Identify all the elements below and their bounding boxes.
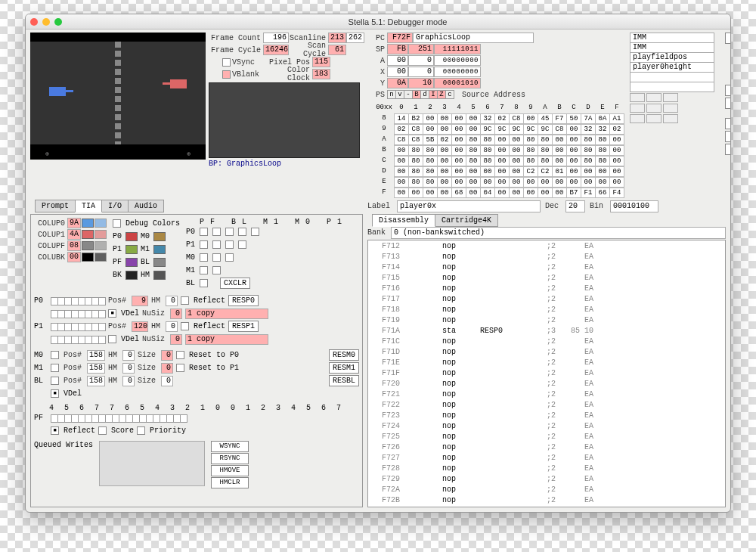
dec-value[interactable]: 20 xyxy=(565,200,585,212)
cx-p0-pf[interactable] xyxy=(200,228,208,236)
hex-cell[interactable]: 00 xyxy=(394,145,409,156)
p0-hm[interactable]: 0 xyxy=(166,296,178,306)
y-bin[interactable]: 00001010 xyxy=(434,78,481,88)
disasm-row[interactable]: F722nop;2EA xyxy=(368,399,725,410)
undo-button[interactable]: Undo xyxy=(725,85,731,96)
disasm-row[interactable]: F714nop;2EA xyxy=(368,262,725,272)
hex-cell[interactable]: 80 xyxy=(480,135,495,145)
bin-value[interactable]: 00010100 xyxy=(610,200,658,212)
hex-cell[interactable]: 0A xyxy=(595,113,610,124)
hex-cell[interactable]: 00 xyxy=(437,113,452,124)
tab-tia[interactable]: TIA xyxy=(75,200,102,212)
hex-cell[interactable]: 80 xyxy=(595,156,610,166)
pc-value[interactable]: F72F xyxy=(387,33,413,43)
m1-hm[interactable]: 0 xyxy=(122,363,135,374)
disasm-row[interactable]: F72Anop;2EA xyxy=(368,484,725,495)
maximize-icon[interactable] xyxy=(54,18,62,26)
hex-cell[interactable]: 00 xyxy=(609,135,624,145)
hex-cell[interactable]: 02 xyxy=(437,135,452,145)
hex-cell[interactable]: 00 xyxy=(566,135,581,145)
hex-cell[interactable]: 00 xyxy=(523,113,538,124)
hex-cell[interactable]: 80 xyxy=(423,166,438,177)
queued-writes-list[interactable] xyxy=(99,441,205,486)
cx-p1-m1[interactable] xyxy=(225,240,234,249)
m0-size[interactable]: 0 xyxy=(161,350,173,361)
hex-cell[interactable]: C8 xyxy=(509,113,524,124)
hex-cell[interactable]: 00 xyxy=(581,166,596,177)
stack-item[interactable]: IMM xyxy=(630,42,714,53)
vblank-checkbox[interactable] xyxy=(222,70,231,79)
search-button[interactable]: Search… xyxy=(725,118,731,129)
addr-btn[interactable] xyxy=(646,114,662,123)
hex-cell[interactable]: 00 xyxy=(566,166,581,177)
stack-item[interactable]: playfieldpos xyxy=(630,52,714,63)
cx-p0-m0[interactable] xyxy=(238,228,246,236)
bk-swatch[interactable] xyxy=(125,271,138,280)
hex-cell[interactable]: 80 xyxy=(595,135,610,145)
hex-cell[interactable]: 00 xyxy=(451,113,466,124)
hmove-button[interactable]: HMOVE xyxy=(211,465,249,476)
disasm-row[interactable]: F721nop;2EA xyxy=(368,389,725,399)
hex-cell[interactable]: 80 xyxy=(523,145,538,156)
stack-item[interactable]: IMM xyxy=(630,33,714,43)
hex-cell[interactable]: 50 xyxy=(566,113,581,124)
rsync-button[interactable]: RSYNC xyxy=(211,453,249,464)
m0-hm[interactable]: 0 xyxy=(122,350,135,361)
hex-cell[interactable]: 00 xyxy=(480,166,495,177)
p0-pos[interactable]: 9 xyxy=(132,296,148,306)
bl-swatch[interactable] xyxy=(153,258,166,267)
close-icon[interactable] xyxy=(30,18,38,26)
hex-cell[interactable]: 00 xyxy=(394,177,409,188)
disasm-row[interactable]: F716nop;2EA xyxy=(368,283,725,293)
hex-cell[interactable]: 00 xyxy=(523,177,538,188)
addr-btn[interactable] xyxy=(630,114,645,123)
hex-cell[interactable]: 00 xyxy=(466,188,481,198)
cx-p0-bl[interactable] xyxy=(212,228,221,236)
resm1-button[interactable]: RESM1 xyxy=(329,362,359,374)
p1-vdel-checkbox[interactable] xyxy=(108,335,116,343)
hex-cell[interactable]: 45 xyxy=(538,113,553,124)
resbl-button[interactable]: RESBL xyxy=(329,375,359,386)
hex-cell[interactable]: 80 xyxy=(423,156,438,166)
hex-cell[interactable]: 00 xyxy=(466,177,481,188)
disasm-row[interactable]: F728nop;2EA xyxy=(368,463,725,473)
hex-cell[interactable]: 00 xyxy=(552,145,567,156)
disasm-row[interactable]: F715nop;2EA xyxy=(368,272,725,283)
hex-cell[interactable]: 00 xyxy=(423,188,438,198)
m1-enable[interactable] xyxy=(51,364,59,372)
revert-button[interactable]: Revert xyxy=(725,98,731,109)
bl-vdel-checkbox[interactable] xyxy=(51,389,59,398)
x-bin[interactable]: 00000000 xyxy=(434,67,481,77)
scan-cycle-value[interactable]: 61 xyxy=(328,45,346,55)
addr-btn[interactable] xyxy=(646,93,662,102)
scanline-total[interactable]: 262 xyxy=(346,33,364,43)
hex-cell[interactable]: 00 xyxy=(523,188,538,198)
pixel-pos-value[interactable]: 115 xyxy=(312,57,330,67)
hex-cell[interactable]: 80 xyxy=(595,145,610,156)
vsync-checkbox[interactable] xyxy=(222,58,231,67)
disasm-row[interactable]: F71Cnop;2EA xyxy=(368,336,725,346)
hex-cell[interactable]: 00 xyxy=(552,156,567,166)
hex-cell[interactable]: 00 xyxy=(595,177,610,188)
hex-cell[interactable]: 00 xyxy=(437,156,452,166)
hex-cell[interactable]: B2 xyxy=(408,113,423,124)
pc-symbol[interactable]: GraphicsLoop xyxy=(413,33,534,43)
cx-p1-bl[interactable] xyxy=(212,240,221,249)
bl-pos[interactable]: 158 xyxy=(87,376,105,386)
hex-cell[interactable]: 00 xyxy=(566,156,581,166)
hex-cell[interactable]: 80 xyxy=(408,145,423,156)
addr-btn[interactable] xyxy=(663,114,678,123)
hex-cell[interactable]: 00 xyxy=(494,135,510,145)
hex-cell[interactable]: F4 xyxy=(609,188,624,198)
cx-m1-bl[interactable] xyxy=(212,266,221,274)
hex-cell[interactable]: 00 xyxy=(423,113,438,124)
hex-cell[interactable]: 00 xyxy=(566,177,581,188)
hex-cell[interactable]: 80 xyxy=(480,145,495,156)
hex-cell[interactable]: 00 xyxy=(394,156,409,166)
a-bin[interactable]: 00000000 xyxy=(434,55,481,66)
disasm-row[interactable]: F720nop;2EA xyxy=(368,378,725,389)
hex-cell[interactable]: 66 xyxy=(595,188,610,198)
hex-cell[interactable]: 00 xyxy=(552,188,567,198)
m0-pos[interactable]: 158 xyxy=(87,350,105,361)
hex-cell[interactable]: 00 xyxy=(451,177,466,188)
